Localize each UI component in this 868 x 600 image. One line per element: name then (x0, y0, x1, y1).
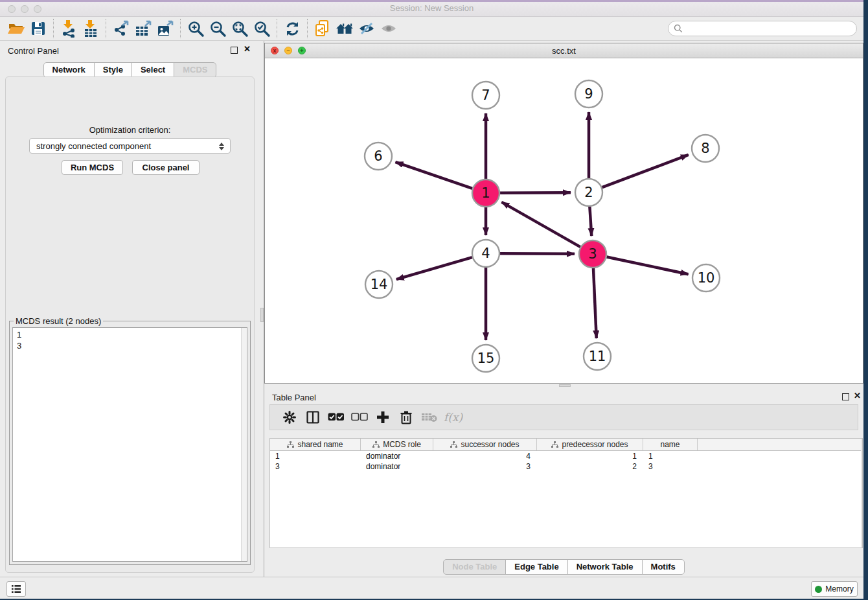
tree-icon (551, 441, 558, 448)
save-session-icon[interactable] (27, 19, 49, 38)
tab-edge-table[interactable]: Edge Table (505, 559, 567, 575)
node-label-15: 15 (477, 351, 495, 366)
import-table-file-icon[interactable] (80, 19, 102, 38)
table-cell[interactable]: 3 (643, 461, 698, 472)
tree-icon (287, 441, 294, 448)
edge-3-11[interactable] (593, 268, 597, 338)
table-cell[interactable]: 1 (643, 451, 698, 461)
table-cell[interactable]: 3 (270, 461, 361, 472)
result-scrollbar[interactable] (241, 328, 247, 561)
node-label-6: 6 (374, 148, 382, 164)
list-icon (11, 584, 21, 594)
table-row: 3dominator323 (270, 461, 862, 472)
column-header-name[interactable]: name (643, 439, 698, 450)
edge-4-14[interactable] (396, 257, 472, 279)
edge-2-8[interactable] (602, 155, 689, 187)
result-line: 3 (17, 340, 243, 351)
close-panel-icon[interactable]: ✕ (854, 391, 861, 400)
export-network-icon[interactable] (110, 19, 132, 38)
splitter-handle[interactable] (260, 308, 264, 322)
task-history-button[interactable] (6, 581, 26, 597)
tab-motifs[interactable]: Motifs (642, 559, 685, 575)
table-scrollbar[interactable] (861, 439, 862, 548)
edge-3-10[interactable] (607, 257, 689, 275)
mcds-result-list[interactable]: 13 (12, 327, 247, 562)
edge-2-3[interactable] (589, 207, 591, 236)
delete-column-icon[interactable] (394, 407, 418, 428)
table-cell[interactable]: 1 (537, 451, 643, 461)
splitter-handle[interactable] (559, 384, 571, 387)
mcds-result-group: MCDS result (2 nodes) 13 (9, 321, 251, 565)
optimization-criterion-label: Optimization criterion: (6, 125, 254, 135)
select-all-columns-icon[interactable] (325, 407, 348, 428)
edge-3-1[interactable] (501, 202, 580, 247)
table-cell[interactable]: 1 (270, 451, 361, 461)
zoom-out-icon[interactable] (207, 19, 229, 38)
column-header-MCDS-role[interactable]: MCDS role (361, 439, 433, 450)
table-options-icon[interactable] (278, 407, 301, 428)
node-label-7: 7 (481, 87, 490, 103)
edge-1-6[interactable] (395, 162, 472, 189)
table-toolbar: f(x) (269, 404, 858, 430)
edge-1-2[interactable] (500, 192, 571, 193)
float-panel-icon[interactable] (842, 393, 849, 400)
zoom-fit-icon[interactable] (229, 19, 251, 38)
table-cell[interactable]: 2 (537, 461, 643, 472)
zoom-in-icon[interactable] (185, 19, 207, 38)
show-columns-icon[interactable] (301, 407, 325, 428)
deselect-all-columns-icon[interactable] (348, 407, 371, 428)
criterion-select[interactable]: strongly connected component (29, 138, 231, 154)
memory-button[interactable]: Memory (811, 581, 858, 597)
table-cell[interactable]: 3 (433, 461, 537, 472)
export-image-icon[interactable] (154, 19, 176, 38)
close-panel-icon[interactable]: ✕ (244, 45, 251, 54)
search-icon (674, 24, 683, 33)
vertical-splitter[interactable] (260, 41, 264, 577)
table-body: 1dominator4113dominator323 (270, 451, 862, 472)
tab-style[interactable]: Style (94, 62, 132, 78)
show-all-icon[interactable] (378, 19, 400, 38)
float-panel-icon[interactable] (231, 47, 238, 54)
memory-status-icon (815, 586, 822, 593)
column-header-predecessor-nodes[interactable]: predecessor nodes (537, 439, 643, 450)
table-cell[interactable]: 4 (433, 451, 537, 461)
edge-4-3[interactable] (500, 253, 575, 254)
column-header-shared-name[interactable]: shared name (270, 439, 361, 450)
close-panel-button[interactable]: Close panel (132, 160, 200, 175)
table-header-row: shared nameMCDS rolesuccessor nodesprede… (270, 439, 862, 451)
toolbar-separator (53, 19, 54, 38)
tab-node-table[interactable]: Node Table (443, 559, 506, 575)
tab-network-table[interactable]: Network Table (567, 559, 643, 575)
clone-network-view-icon[interactable] (312, 19, 334, 38)
zoom-selected-icon[interactable] (251, 19, 273, 38)
network-window-titlebar[interactable]: x − + scc.txt (265, 43, 863, 58)
tab-select[interactable]: Select (131, 62, 174, 78)
column-header-successor-nodes[interactable]: successor nodes (433, 439, 537, 450)
refresh-view-icon[interactable] (281, 19, 303, 38)
result-line: 1 (17, 329, 243, 340)
toolbar-separator (307, 19, 308, 38)
control-panel-title: Control Panel (8, 46, 59, 56)
table-cell[interactable]: dominator (361, 451, 433, 461)
delete-table-icon[interactable] (418, 407, 441, 428)
create-column-icon[interactable] (371, 407, 394, 428)
node-label-10: 10 (698, 270, 715, 286)
toolbar-separator (106, 19, 106, 38)
tree-icon (450, 441, 457, 448)
run-mcds-button[interactable]: Run MCDS (62, 160, 123, 175)
window-top-accent (0, 0, 863, 2)
toolbar-separator (180, 19, 181, 38)
tab-network[interactable]: Network (43, 62, 95, 78)
network-view-window: x − + scc.txt 7968124314101511 (264, 43, 863, 384)
export-table-icon[interactable] (132, 19, 154, 38)
open-session-icon[interactable] (5, 19, 27, 38)
mcds-panel-body: Optimization criterion: strongly connect… (5, 76, 255, 573)
search-input[interactable] (686, 22, 856, 35)
network-canvas[interactable]: 7968124314101511 (265, 58, 863, 383)
home-layout-icon[interactable] (334, 19, 356, 38)
hide-selected-icon[interactable] (356, 19, 378, 38)
import-network-file-icon[interactable] (58, 19, 80, 38)
table-cell[interactable]: dominator (361, 461, 433, 472)
tab-mcds[interactable]: MCDS (174, 62, 216, 78)
function-builder-icon[interactable]: f(x) (441, 407, 463, 428)
